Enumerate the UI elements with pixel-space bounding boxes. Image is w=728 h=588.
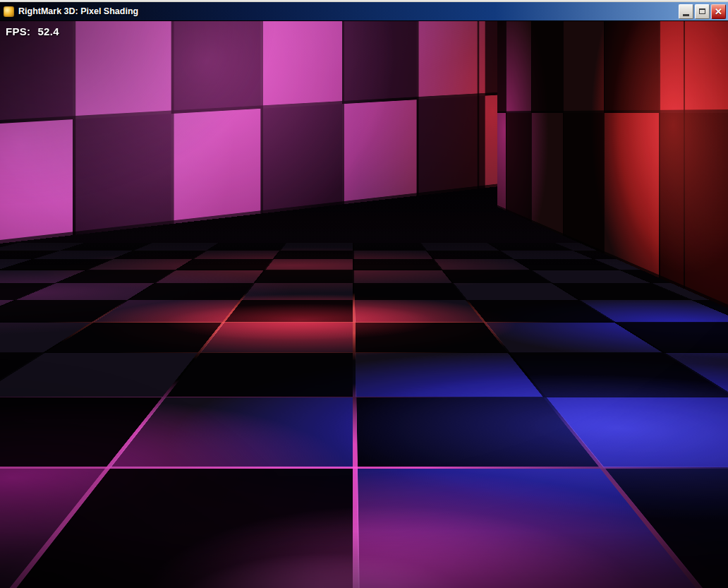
maximize-icon xyxy=(699,8,705,14)
scene-right-wall xyxy=(497,21,728,311)
minimize-icon xyxy=(683,14,689,16)
fps-value: 52.4 xyxy=(37,25,59,37)
fps-label: FPS: xyxy=(6,25,30,37)
fps-counter: FPS:52.4 xyxy=(6,25,59,37)
minimize-button[interactable] xyxy=(679,4,693,19)
right-wall-light-hotspot xyxy=(497,21,728,311)
titlebar[interactable]: RightMark 3D: Pixel Shading ✕ xyxy=(0,2,728,21)
floor-grout-glow-red xyxy=(0,243,728,588)
maximize-button[interactable] xyxy=(695,4,710,19)
render-viewport: FPS:52.4 xyxy=(0,21,728,588)
app-icon[interactable] xyxy=(4,6,14,17)
scene-floor xyxy=(0,243,728,588)
close-button[interactable]: ✕ xyxy=(711,4,726,19)
window-title: RightMark 3D: Pixel Shading xyxy=(18,6,138,16)
close-icon: ✕ xyxy=(715,7,722,16)
app-window: RightMark 3D: Pixel Shading ✕ xyxy=(0,0,728,588)
